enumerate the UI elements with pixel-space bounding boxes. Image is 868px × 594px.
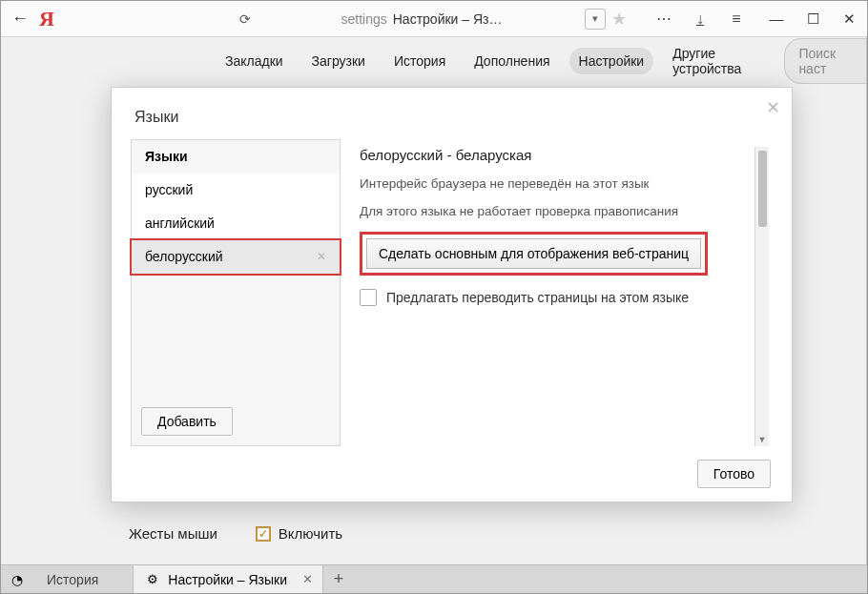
details-scrollbar[interactable]: ▼ bbox=[754, 147, 769, 446]
language-item-russian[interactable]: русский bbox=[132, 174, 340, 207]
scroll-down-icon[interactable]: ▼ bbox=[758, 433, 767, 446]
interface-note: Интерфейс браузера не переведён на этот … bbox=[360, 176, 754, 191]
languages-dialog: ✕ Языки Языки русский английский белорус… bbox=[111, 87, 793, 502]
protect-icon[interactable]: ▾ bbox=[585, 9, 606, 30]
spellcheck-note: Для этого языка не работает проверка пра… bbox=[360, 204, 754, 218]
done-button[interactable]: Готово bbox=[697, 460, 771, 488]
window-close[interactable]: ✕ bbox=[831, 10, 867, 28]
addr-title: Настройки – Яз… bbox=[393, 11, 503, 27]
titlebar: ← Я ⟳ settings Настройки – Яз… ▾ ★ ⋯ ↓ ≡… bbox=[1, 1, 867, 37]
clock-icon[interactable]: ◔ bbox=[1, 565, 33, 593]
offer-translate-checkbox[interactable]: Предлагать переводить страницы на этом я… bbox=[360, 289, 754, 306]
gear-icon: ⚙ bbox=[147, 572, 158, 586]
downloads-icon[interactable]: ↓ bbox=[692, 10, 709, 28]
tab-settings-languages[interactable]: ⚙ Настройки – Языки ✕ bbox=[134, 565, 323, 593]
language-details: белорусский - беларуская Интерфейс брауз… bbox=[360, 147, 754, 446]
tab-history[interactable]: История bbox=[33, 565, 134, 593]
nav-bookmarks[interactable]: Закладки bbox=[216, 48, 293, 74]
language-item-belarusian[interactable]: белорусский ✕ bbox=[132, 240, 340, 274]
yandex-logo[interactable]: Я bbox=[39, 7, 70, 31]
nav-history[interactable]: История bbox=[384, 48, 455, 74]
check-icon: ✓ bbox=[256, 526, 271, 542]
enable-gestures-checkbox[interactable]: ✓ Включить bbox=[256, 525, 342, 542]
offer-translate-label: Предлагать переводить страницы на этом я… bbox=[386, 290, 689, 305]
language-heading: белорусский - беларуская bbox=[360, 147, 754, 163]
dialog-title: Языки bbox=[112, 88, 792, 139]
back-button[interactable]: ← bbox=[1, 9, 39, 29]
settings-nav: Закладки Загрузки История Дополнения Нас… bbox=[1, 37, 867, 85]
language-list-header: Языки bbox=[132, 140, 340, 174]
tab-bar: ◔ История ⚙ Настройки – Языки ✕ + bbox=[1, 564, 867, 593]
address-bar[interactable]: settings Настройки – Яз… bbox=[258, 11, 585, 27]
nav-settings[interactable]: Настройки bbox=[569, 48, 654, 74]
settings-search[interactable]: Поиск наст bbox=[784, 38, 867, 84]
window-maximize[interactable]: ☐ bbox=[795, 10, 831, 28]
bookmark-star-icon[interactable]: ★ bbox=[611, 9, 627, 30]
checkbox-icon bbox=[360, 289, 377, 306]
nav-addons[interactable]: Дополнения bbox=[465, 48, 559, 74]
addr-prefix: settings bbox=[341, 11, 387, 27]
more-icon[interactable]: ⋯ bbox=[655, 10, 672, 28]
new-tab-button[interactable]: + bbox=[323, 565, 354, 593]
enable-gestures-label: Включить bbox=[279, 525, 342, 542]
window-minimize[interactable]: — bbox=[758, 10, 795, 27]
language-item-english[interactable]: английский bbox=[132, 207, 340, 240]
make-primary-button[interactable]: Сделать основным для отображения веб-стр… bbox=[366, 238, 701, 269]
add-language-button[interactable]: Добавить bbox=[141, 407, 233, 436]
scrollbar-thumb[interactable] bbox=[758, 151, 767, 227]
language-list: Языки русский английский белорусский ✕ Д… bbox=[131, 139, 341, 446]
remove-language-icon[interactable]: ✕ bbox=[317, 250, 326, 263]
nav-downloads[interactable]: Загрузки bbox=[302, 48, 375, 74]
dialog-close-icon[interactable]: ✕ bbox=[766, 97, 780, 118]
close-tab-icon[interactable]: ✕ bbox=[297, 572, 313, 586]
section-title: Жесты мыши bbox=[129, 525, 217, 542]
reload-button[interactable]: ⟳ bbox=[232, 11, 258, 27]
mouse-gestures-section: Жесты мыши ✓ Включить bbox=[129, 525, 342, 542]
nav-devices[interactable]: Другие устройства bbox=[663, 40, 775, 82]
menu-icon[interactable]: ≡ bbox=[728, 10, 745, 28]
